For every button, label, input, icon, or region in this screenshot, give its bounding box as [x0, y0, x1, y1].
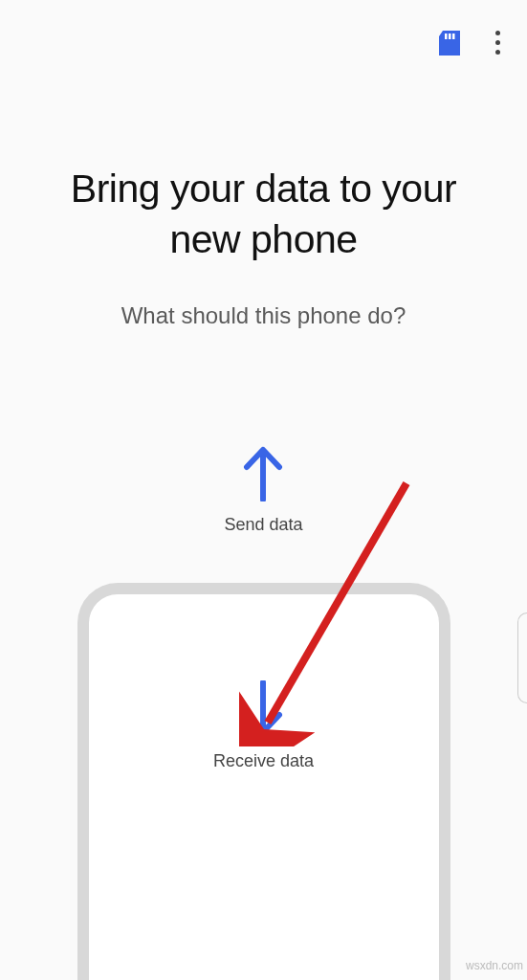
send-data-option[interactable]: Send data — [224, 444, 302, 535]
header: Bring your data to your new phone What s… — [0, 58, 527, 329]
edge-handle — [517, 612, 527, 703]
svg-rect-1 — [449, 33, 451, 39]
receive-data-label: Receive data — [213, 751, 314, 771]
receive-inner: Receive data — [213, 680, 314, 771]
page-subtitle: What should this phone do? — [38, 302, 489, 329]
svg-rect-2 — [452, 33, 455, 39]
watermark: wsxdn.com — [462, 957, 527, 974]
sd-card-icon[interactable] — [438, 30, 461, 56]
more-vertical-icon[interactable] — [488, 27, 508, 58]
arrow-down-icon — [239, 680, 287, 738]
options-area: Send data Receive data — [0, 444, 527, 980]
send-data-label: Send data — [224, 515, 302, 535]
page-title: Bring your data to your new phone — [38, 164, 489, 266]
receive-data-option[interactable]: Receive data — [77, 583, 450, 980]
svg-rect-0 — [445, 33, 448, 39]
arrow-up-icon — [239, 444, 287, 501]
toolbar — [0, 0, 527, 58]
